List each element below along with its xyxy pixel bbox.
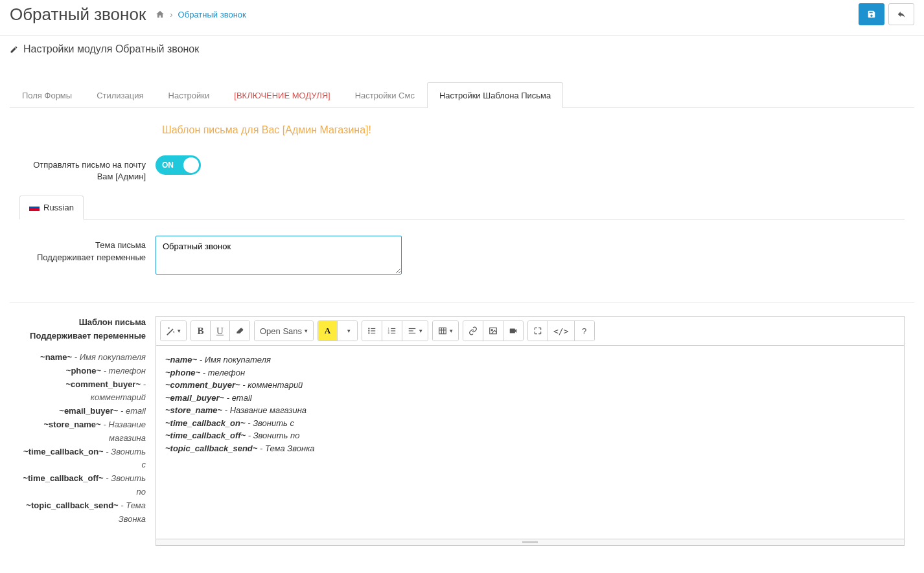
tab-settings[interactable]: Настройки <box>156 82 222 108</box>
save-button[interactable] <box>859 3 884 25</box>
bold-button[interactable]: B <box>191 321 211 341</box>
tab-sms[interactable]: Настройки Смс <box>343 82 427 108</box>
subject-input[interactable] <box>156 236 402 275</box>
svg-rect-15 <box>439 328 446 334</box>
svg-rect-13 <box>409 331 413 331</box>
eraser-icon <box>235 326 244 335</box>
variable-hint: ~topic_callback_send~ - Тема Звонка <box>19 499 146 526</box>
editor-resize-handle[interactable] <box>156 539 905 546</box>
image-icon <box>489 326 498 335</box>
list-ol-icon: 123 <box>387 326 397 335</box>
section-title: Шаблон письма для Вас [Админ Магазина]! <box>162 124 905 136</box>
tab-enable-module[interactable]: [ВКЛЮЧЕНИЕ МОДУЛЯ] <box>222 82 342 108</box>
tab-styling[interactable]: Стилизация <box>84 82 156 108</box>
variable-hint: ~email_buyer~ - email <box>19 405 146 418</box>
main-tabs: Поля Формы Стилизация Настройки [ВКЛЮЧЕН… <box>10 82 914 108</box>
back-button[interactable] <box>888 3 914 25</box>
video-button[interactable] <box>503 321 523 341</box>
breadcrumb: › Обратный звонок <box>156 10 246 19</box>
magic-icon <box>166 326 175 335</box>
underline-button[interactable]: U <box>211 321 230 341</box>
flag-ru-icon <box>29 204 40 211</box>
variable-hint: ~name~ - Имя покупателя <box>19 351 146 365</box>
ul-button[interactable] <box>362 321 382 341</box>
font-color-button[interactable]: A <box>318 321 338 341</box>
svg-rect-10 <box>391 331 395 331</box>
ol-button[interactable]: 123 <box>382 321 402 341</box>
send-admin-label: Отправлять письмо на почту Вам [Админ] <box>19 155 156 183</box>
variable-hint: ~phone~ - телефон <box>19 365 146 378</box>
variable-hint: ~time_callback_on~ - Звонить с <box>19 445 146 473</box>
video-icon <box>509 326 518 335</box>
clear-format-button[interactable] <box>230 321 249 341</box>
tab-email-template[interactable]: Настройки Шаблона Письма <box>427 82 563 108</box>
page-title: Обратный звонок <box>10 5 146 25</box>
language-tab-russian[interactable]: Russian <box>19 196 84 219</box>
send-admin-toggle[interactable]: ON <box>156 155 201 175</box>
link-button[interactable] <box>463 321 483 341</box>
save-icon <box>867 10 876 19</box>
page-header: Обратный звонок › Обратный звонок <box>0 0 924 36</box>
align-icon <box>408 326 417 335</box>
pencil-icon <box>10 45 18 54</box>
svg-rect-3 <box>371 328 375 329</box>
subject-label: Тема письма Поддерживает переменные <box>19 236 156 276</box>
template-label: Шаблон письма Поддерживает переменные ~n… <box>19 316 156 546</box>
svg-rect-5 <box>371 333 375 333</box>
reply-icon <box>897 10 906 19</box>
align-button[interactable]: ▾ <box>402 321 428 341</box>
svg-rect-11 <box>391 333 395 333</box>
variable-hint: ~time_callback_off~ - Звонить по <box>19 472 146 499</box>
svg-rect-9 <box>391 328 395 329</box>
table-icon <box>438 326 447 335</box>
editor-body[interactable]: ~name~ - Имя покупателя~phone~ - телефон… <box>156 345 905 539</box>
svg-rect-14 <box>409 333 416 333</box>
breadcrumb-link[interactable]: Обратный звонок <box>178 10 246 19</box>
svg-point-0 <box>368 328 369 330</box>
variable-hint: ~comment_buyer~ - комментарий <box>19 378 146 405</box>
link-icon <box>468 326 478 335</box>
fullscreen-button[interactable] <box>528 321 548 341</box>
editor-toolbar: ▾ B U Open Sans▾ A ▾ <box>156 316 905 345</box>
font-family-button[interactable]: Open Sans▾ <box>255 321 313 341</box>
font-color-dropdown[interactable]: ▾ <box>338 321 357 341</box>
svg-point-1 <box>368 330 369 331</box>
language-tabs: Russian <box>19 196 905 219</box>
table-button[interactable]: ▾ <box>433 321 458 341</box>
svg-point-20 <box>491 330 492 331</box>
svg-rect-12 <box>409 328 416 329</box>
fullscreen-icon <box>533 326 542 335</box>
code-view-button[interactable]: </> <box>548 321 574 341</box>
svg-point-2 <box>368 333 369 334</box>
variable-hint: ~store_name~ - Название магазина <box>19 418 146 445</box>
list-ul-icon <box>367 326 376 335</box>
image-button[interactable] <box>483 321 503 341</box>
magic-button[interactable]: ▾ <box>161 321 186 341</box>
svg-rect-21 <box>510 329 515 333</box>
help-button[interactable]: ? <box>575 321 594 341</box>
home-icon[interactable] <box>156 10 165 19</box>
svg-rect-4 <box>371 331 375 331</box>
tab-fields[interactable]: Поля Формы <box>10 82 84 108</box>
panel-heading: Настройки модуля Обратный звонок <box>0 36 924 63</box>
svg-text:3: 3 <box>388 332 390 335</box>
